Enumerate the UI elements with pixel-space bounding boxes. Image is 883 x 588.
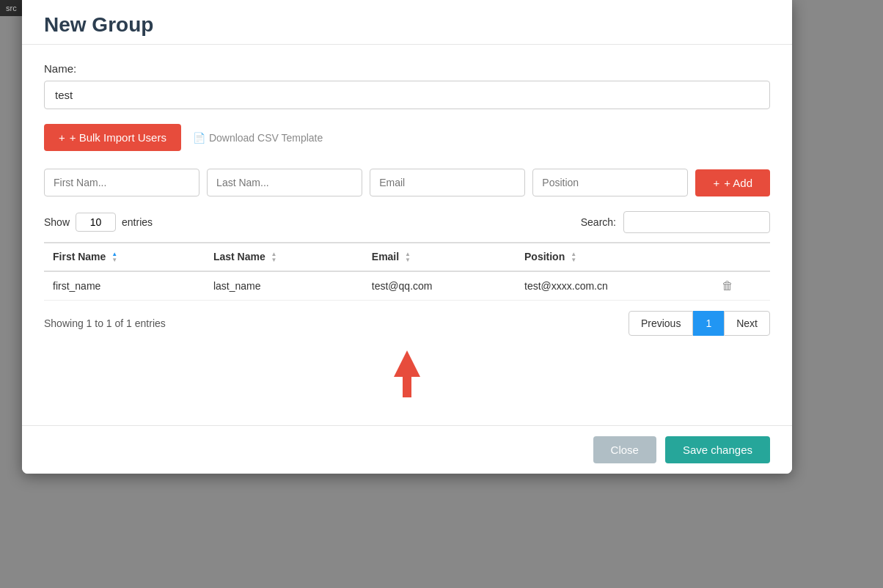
right-strip bbox=[792, 0, 883, 588]
search-label: Search: bbox=[581, 216, 616, 228]
search-group: Search: bbox=[581, 211, 770, 233]
previous-button[interactable]: Previous bbox=[629, 311, 693, 336]
position-input[interactable] bbox=[532, 169, 688, 196]
pagination-info: Showing 1 to 1 of 1 entries bbox=[44, 317, 166, 329]
cell-delete[interactable]: 🗑 bbox=[713, 271, 770, 301]
add-user-row: + + Add bbox=[44, 169, 770, 196]
modal-footer: Close Save changes bbox=[22, 425, 792, 474]
first-name-input[interactable] bbox=[44, 169, 199, 196]
last-name-input[interactable] bbox=[207, 169, 362, 196]
email-sort-icon bbox=[405, 251, 411, 263]
modal-body: Name: + + Bulk Import Users 📄 Download C… bbox=[22, 45, 792, 415]
pagination-controls: Previous 1 Next bbox=[629, 311, 770, 336]
last-name-sort-icon bbox=[271, 251, 277, 263]
bulk-import-button[interactable]: + + Bulk Import Users bbox=[44, 124, 181, 151]
modal-title-bar: New Group bbox=[22, 0, 792, 45]
data-table: First Name Last Name Email Position bbox=[44, 242, 770, 301]
modal-title: New Group bbox=[44, 13, 770, 37]
col-actions bbox=[713, 243, 770, 271]
save-button[interactable]: Save changes bbox=[665, 436, 770, 463]
col-last-name[interactable]: Last Name bbox=[205, 243, 363, 271]
col-first-name[interactable]: First Name bbox=[44, 243, 205, 271]
pagination-row: Showing 1 to 1 of 1 entries Previous 1 N… bbox=[44, 311, 770, 336]
table-header-row: First Name Last Name Email Position bbox=[44, 243, 770, 271]
table-controls: Show entries Search: bbox=[44, 211, 770, 233]
show-count-input[interactable] bbox=[76, 213, 116, 232]
col-last-name-label: Last Name bbox=[213, 251, 265, 262]
up-arrow-container bbox=[394, 350, 420, 397]
entries-label: entries bbox=[122, 216, 153, 228]
col-first-name-label: First Name bbox=[53, 251, 106, 262]
add-label: + Add bbox=[724, 177, 752, 189]
search-input[interactable] bbox=[623, 211, 770, 233]
add-button[interactable]: + + Add bbox=[695, 169, 770, 196]
download-csv-link[interactable]: 📄 Download CSV Template bbox=[193, 132, 323, 144]
table-row: first_name last_name test@qq.com test@xx… bbox=[44, 271, 770, 301]
show-label: Show bbox=[44, 216, 70, 228]
close-button[interactable]: Close bbox=[593, 436, 656, 463]
arrow-indicator bbox=[44, 350, 770, 397]
file-icon: 📄 bbox=[193, 132, 205, 144]
download-csv-label: Download CSV Template bbox=[209, 132, 323, 144]
cell-position: test@xxxx.com.cn bbox=[516, 271, 713, 301]
arrow-shaft bbox=[403, 377, 411, 397]
modal-container: New Group Name: + + Bulk Import Users 📄 … bbox=[22, 0, 792, 474]
col-position[interactable]: Position bbox=[516, 243, 713, 271]
col-email-label: Email bbox=[372, 251, 399, 262]
page-1-button[interactable]: 1 bbox=[693, 311, 724, 336]
next-button[interactable]: Next bbox=[724, 311, 770, 336]
plus-icon: + bbox=[59, 131, 65, 144]
cell-email: test@qq.com bbox=[363, 271, 516, 301]
first-name-sort-icon bbox=[111, 251, 117, 263]
bulk-import-row: + + Bulk Import Users 📄 Download CSV Tem… bbox=[44, 124, 770, 151]
col-email[interactable]: Email bbox=[363, 243, 516, 271]
cell-last-name: last_name bbox=[205, 271, 363, 301]
bulk-import-label: + Bulk Import Users bbox=[70, 131, 166, 144]
show-entries-group: Show entries bbox=[44, 213, 153, 232]
position-sort-icon bbox=[571, 251, 576, 263]
cell-first-name: first_name bbox=[44, 271, 205, 301]
name-input[interactable] bbox=[44, 81, 770, 109]
name-label: Name: bbox=[44, 62, 770, 75]
email-input[interactable] bbox=[370, 169, 525, 196]
add-plus-icon: + bbox=[713, 177, 719, 189]
delete-icon[interactable]: 🗑 bbox=[722, 279, 733, 292]
arrow-head bbox=[394, 350, 420, 377]
modal-overlay: src bcqp 加解密 资产查询 优秀义草 域名 apk扫描 IT 内网 免杀… bbox=[0, 0, 883, 588]
col-position-label: Position bbox=[524, 251, 565, 262]
